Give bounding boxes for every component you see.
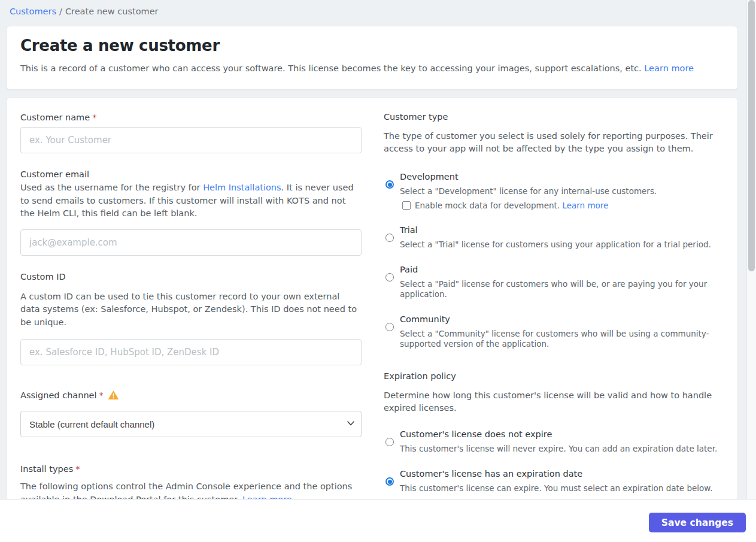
- breadcrumb-separator: /: [59, 7, 62, 16]
- expiration-policy-heading: Expiration policy: [384, 371, 726, 381]
- option-desc-trial: Select a "Trial" license for customers u…: [400, 240, 711, 250]
- mock-data-checkbox-label-text: Enable mock data for development.: [415, 201, 562, 210]
- mock-data-checkbox-label: Enable mock data for development. Learn …: [415, 201, 608, 210]
- page-header-card: Create a new customer This is a record o…: [6, 26, 738, 90]
- required-asterisk: *: [75, 464, 80, 474]
- page-title: Create a new customer: [20, 37, 718, 54]
- mock-data-checkbox-row: Enable mock data for development. Learn …: [402, 201, 657, 210]
- radio-development[interactable]: [385, 180, 394, 189]
- assigned-channel-select[interactable]: Stable (current default channel): [20, 411, 362, 437]
- customer-name-label: Customer name*: [20, 112, 362, 123]
- customer-email-helper: Used as the username for the registry fo…: [20, 181, 362, 220]
- required-asterisk: *: [99, 390, 104, 400]
- radio-license-has-expiration[interactable]: [385, 477, 394, 486]
- save-changes-button[interactable]: Save changes: [649, 513, 746, 532]
- custom-id-label: Custom ID: [20, 271, 362, 282]
- customer-type-option-paid: Paid Select a "Paid" license for custome…: [384, 264, 726, 299]
- form-right-column: Customer type The type of customer you s…: [384, 98, 726, 506]
- customer-type-option-trial: Trial Select a "Trial" license for custo…: [384, 225, 726, 250]
- option-desc-community: Select a "Community" license for custome…: [400, 329, 726, 349]
- header-learn-more-link[interactable]: Learn more: [644, 63, 694, 73]
- option-desc-has-date: This customer's license can expire. You …: [400, 483, 712, 493]
- radio-trial[interactable]: [385, 234, 394, 242]
- custom-id-helper: A custom ID can be used to tie this cust…: [20, 290, 362, 329]
- assigned-channel-label-text: Assigned channel: [20, 390, 97, 400]
- expiration-option-has-date: Customer's license has an expiration dat…: [384, 468, 726, 493]
- mock-data-checkbox[interactable]: [402, 201, 411, 210]
- customer-email-label: Customer email: [20, 169, 362, 180]
- page-description-text: This is a record of a customer who can a…: [20, 63, 644, 73]
- form-left-column: Customer name* Customer email Used as th…: [20, 98, 362, 506]
- page-description: This is a record of a customer who can a…: [20, 62, 718, 75]
- customer-type-option-community: Community Select a "Community" license f…: [384, 314, 726, 349]
- radio-community[interactable]: [385, 323, 394, 331]
- radio-paid[interactable]: [385, 273, 394, 281]
- customer-name-input[interactable]: [20, 127, 362, 153]
- option-title-has-date[interactable]: Customer's license has an expiration dat…: [400, 468, 712, 479]
- customer-type-heading: Customer type: [384, 111, 726, 122]
- breadcrumb-link-customers[interactable]: Customers: [10, 7, 56, 16]
- breadcrumb: Customers/Create new customer: [0, 0, 756, 17]
- required-asterisk: *: [92, 113, 96, 122]
- expiration-option-no-expire: Customer's license does not expire This …: [384, 429, 726, 454]
- customer-name-label-text: Customer name: [20, 113, 90, 122]
- helm-installations-link[interactable]: Helm Installations: [203, 183, 281, 192]
- mock-data-learn-more-link[interactable]: Learn more: [562, 201, 608, 210]
- option-title-paid[interactable]: Paid: [400, 264, 726, 275]
- warning-icon: [108, 390, 119, 402]
- custom-id-input[interactable]: [20, 339, 362, 365]
- customer-email-input[interactable]: [20, 229, 362, 256]
- option-desc-no-expire: This customer's license will never expir…: [400, 444, 717, 454]
- customer-form-card: Customer name* Customer email Used as th…: [6, 97, 738, 542]
- option-desc-development: Select a "Development" license for any i…: [400, 186, 657, 196]
- install-types-label-text: Install types: [20, 464, 73, 474]
- option-title-development[interactable]: Development: [400, 171, 657, 182]
- customer-type-description: The type of customer you select is used …: [384, 130, 726, 155]
- assigned-channel-label: Assigned channel*: [20, 390, 362, 402]
- customer-type-option-development: Development Select a "Development" licen…: [384, 171, 726, 210]
- install-types-label: Install types*: [20, 464, 362, 474]
- form-footer-bar: Save changes: [0, 499, 756, 542]
- breadcrumb-current: Create new customer: [65, 7, 159, 16]
- option-title-no-expire[interactable]: Customer's license does not expire: [400, 429, 717, 440]
- radio-license-does-not-expire[interactable]: [385, 438, 394, 446]
- option-title-trial[interactable]: Trial: [400, 225, 711, 235]
- option-desc-paid: Select a "Paid" license for customers wh…: [400, 279, 726, 299]
- page-scrollbar-thumb[interactable]: [748, 0, 755, 271]
- page-scrollbar-track[interactable]: [746, 0, 756, 499]
- expiration-policy-description: Determine how long this customer's licen…: [384, 389, 726, 414]
- option-title-community[interactable]: Community: [400, 314, 726, 325]
- customer-email-helper-prefix: Used as the username for the registry fo…: [20, 183, 203, 192]
